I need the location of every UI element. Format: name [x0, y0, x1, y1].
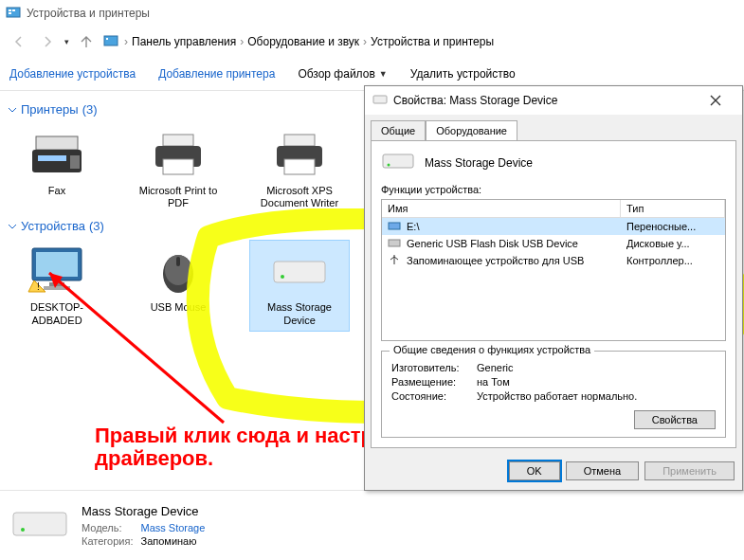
- svg-rect-12: [163, 159, 193, 174]
- device-item-mouse[interactable]: USB Mouse: [129, 241, 227, 330]
- storage-icon: [269, 244, 330, 298]
- svg-rect-34: [389, 240, 400, 246]
- fax-icon: [27, 128, 87, 181]
- breadcrumb: › Панель управления › Оборудование и зву…: [124, 35, 494, 48]
- chevron-down-icon: [8, 105, 17, 115]
- monitor-icon: !: [27, 244, 87, 298]
- svg-rect-19: [44, 286, 70, 290]
- svg-rect-10: [163, 135, 193, 146]
- control-panel-icon: [6, 5, 21, 23]
- details-name: Mass Storage Device: [82, 504, 205, 518]
- svg-text:!: !: [37, 281, 40, 292]
- info-legend: Общие сведения о функциях устройства: [390, 344, 594, 355]
- function-row[interactable]: E:\ Переносные...: [382, 218, 725, 235]
- add-device-button[interactable]: Добавление устройства: [9, 67, 136, 81]
- device-label: Microsoft Print to PDF: [131, 185, 226, 209]
- svg-rect-4: [104, 36, 118, 45]
- column-name[interactable]: Имя: [382, 200, 621, 218]
- column-type[interactable]: Тип: [621, 200, 725, 218]
- remove-device-button[interactable]: Удалить устройство: [410, 67, 516, 81]
- control-panel-icon-small: [103, 33, 118, 51]
- nav-history-caret-icon[interactable]: ▾: [64, 37, 69, 46]
- tab-general[interactable]: Общие: [371, 120, 426, 140]
- device-label: Microsoft XPS Document Writer: [252, 185, 347, 209]
- chevron-down-icon: ▼: [379, 69, 388, 79]
- nav-back[interactable]: [8, 30, 30, 53]
- svg-rect-8: [38, 155, 66, 161]
- device-label: Fax: [48, 185, 65, 197]
- device-label: USB Mouse: [151, 301, 207, 314]
- window-titlebar: Устройства и принтеры: [0, 0, 744, 27]
- device-label: DESKTOP-ADBADED: [9, 301, 104, 326]
- device-item-mass-storage[interactable]: Mass Storage Device: [250, 241, 349, 330]
- svg-rect-9: [70, 155, 80, 169]
- device-item-xps[interactable]: Microsoft XPS Document Writer: [250, 124, 349, 213]
- ok-button[interactable]: OK: [509, 461, 560, 480]
- cancel-button[interactable]: Отмена: [566, 461, 639, 480]
- chevron-right-icon: ›: [363, 35, 367, 48]
- status-label: Состояние:: [391, 390, 477, 402]
- svg-rect-1: [9, 9, 11, 11]
- dialog-title: Свойства: Mass Storage Device: [393, 94, 557, 107]
- svg-point-29: [21, 528, 25, 532]
- close-icon: [710, 95, 721, 106]
- functions-label: Функции устройства:: [381, 184, 726, 195]
- device-item-pdf[interactable]: Microsoft Print to PDF: [129, 124, 227, 213]
- storage-icon: [381, 151, 415, 174]
- breadcrumb-item[interactable]: Оборудование и звук: [247, 35, 359, 48]
- breadcrumb-item[interactable]: Панель управления: [132, 35, 236, 48]
- storage-icon: [9, 503, 70, 549]
- add-printer-button[interactable]: Добавление принтера: [158, 67, 275, 81]
- svg-rect-31: [383, 154, 413, 168]
- device-item-desktop[interactable]: ! DESKTOP-ADBADED: [8, 241, 106, 330]
- window-title: Устройства и принтеры: [27, 7, 150, 20]
- apply-button[interactable]: Применить: [644, 461, 735, 480]
- browse-files-button[interactable]: Обзор файлов ▼: [298, 67, 387, 81]
- nav-bar: ▾ › Панель управления › Оборудование и з…: [0, 27, 744, 57]
- svg-rect-6: [36, 136, 78, 150]
- close-button[interactable]: [697, 87, 735, 114]
- device-item-fax[interactable]: Fax: [8, 124, 106, 213]
- svg-rect-3: [9, 12, 11, 14]
- functions-list[interactable]: Имя Тип E:\ Переносные... Generic USB Fl…: [381, 199, 726, 341]
- location-value: на Том: [477, 376, 510, 388]
- svg-rect-13: [284, 135, 315, 146]
- svg-rect-15: [284, 159, 315, 174]
- svg-rect-30: [373, 96, 387, 103]
- mouse-icon: [148, 244, 209, 298]
- status-value: Устройство работает нормально.: [477, 390, 637, 402]
- dialog-titlebar: Свойства: Mass Storage Device: [365, 86, 742, 115]
- svg-point-25: [281, 275, 284, 279]
- chevron-right-icon: ›: [240, 35, 244, 48]
- usb-icon: [388, 254, 401, 267]
- details-category: Запоминаю: [140, 535, 205, 547]
- svg-rect-33: [389, 223, 400, 229]
- details-model-label: Модель:: [82, 522, 133, 533]
- details-category-label: Категория:: [82, 535, 133, 547]
- storage-icon-small: [372, 94, 388, 108]
- svg-rect-2: [12, 9, 15, 11]
- details-model: Mass Storage: [140, 522, 205, 533]
- svg-rect-5: [106, 38, 108, 40]
- printer-icon: [148, 128, 209, 181]
- tab-hardware[interactable]: Оборудование: [426, 120, 517, 140]
- breadcrumb-item[interactable]: Устройства и принтеры: [371, 35, 494, 48]
- svg-rect-17: [36, 252, 78, 277]
- svg-rect-23: [176, 257, 180, 266]
- nav-forward[interactable]: [36, 30, 59, 53]
- function-row[interactable]: Generic USB Flash Disk USB Device Дисков…: [382, 235, 725, 252]
- svg-rect-18: [49, 282, 64, 286]
- drive-icon: [388, 220, 401, 233]
- properties-dialog: Свойства: Mass Storage Device Общие Обор…: [364, 85, 743, 491]
- svg-point-32: [388, 164, 390, 167]
- nav-up[interactable]: [75, 30, 98, 53]
- location-label: Размещение:: [391, 376, 477, 388]
- disk-icon: [388, 237, 401, 250]
- dialog-device-name: Mass Storage Device: [425, 156, 533, 170]
- chevron-right-icon: ›: [124, 35, 128, 48]
- function-row[interactable]: Запоминающее устройство для USB Контролл…: [382, 252, 725, 269]
- manufacturer-value: Generic: [477, 362, 514, 373]
- device-label: Mass Storage Device: [252, 301, 347, 326]
- chevron-down-icon: [8, 222, 17, 231]
- properties-button[interactable]: Свойства: [634, 410, 716, 429]
